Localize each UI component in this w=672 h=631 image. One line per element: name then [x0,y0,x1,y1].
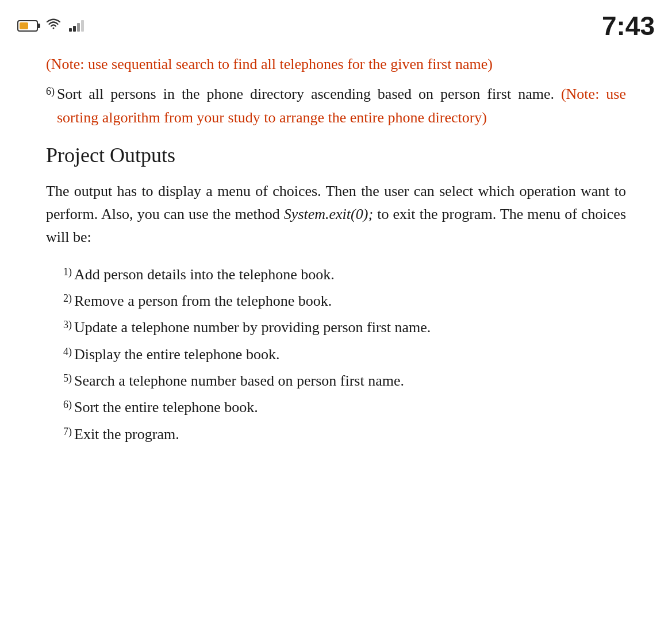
item-6-number: 6) [46,84,55,100]
menu-item-5-text: Search a telephone number based on perso… [74,370,404,393]
menu-item-4-number: 4) [63,344,72,360]
menu-item-3-number: 3) [63,317,72,333]
menu-item-3-text: Update a telephone number by providing p… [74,316,431,339]
battery-fill [20,22,28,29]
menu-item-1-number: 1) [63,264,72,280]
menu-item-4-text: Display the entire telephone book. [74,343,279,366]
list-item: 1) Add person details into the telephone… [63,263,626,286]
list-item-6-sort: 6) Sort all persons in the phone directo… [46,83,626,129]
signal-icon [69,20,84,32]
battery-icon [17,20,38,32]
wifi-icon [46,18,61,34]
signal-bar-2 [73,26,76,32]
signal-bar-3 [77,23,80,32]
intro-paragraph: The output has to display a menu of choi… [46,180,626,249]
menu-item-2-text: Remove a person from the telephone book. [74,290,332,313]
signal-bar-4 [81,20,84,32]
menu-list: 1) Add person details into the telephone… [63,263,626,446]
menu-item-1-text: Add person details into the telephone bo… [74,263,335,286]
list-item: 7) Exit the program. [63,423,626,446]
main-content: (Note: use sequential search to find all… [0,47,672,472]
menu-item-6-text: Sort the entire telephone book. [74,396,258,419]
status-bar: 7:43 [0,0,672,47]
menu-item-7-number: 7) [63,424,72,440]
list-item: 5) Search a telephone number based on pe… [63,370,626,393]
menu-item-7-text: Exit the program. [74,423,179,446]
list-item: 4) Display the entire telephone book. [63,343,626,366]
list-item: 6) Sort the entire telephone book. [63,396,626,419]
note-sequential-search: (Note: use sequential search to find all… [46,53,626,76]
list-item: 3) Update a telephone number by providin… [63,316,626,339]
section-heading-project-outputs: Project Outputs [46,143,626,167]
clock-time: 7:43 [602,10,655,41]
menu-item-6-number: 6) [63,397,72,413]
menu-item-2-number: 2) [63,291,72,307]
item-6-text: Sort all persons in the phone directory … [57,83,626,129]
status-icons [17,18,84,34]
list-item: 2) Remove a person from the telephone bo… [63,290,626,313]
menu-item-5-number: 5) [63,371,72,387]
signal-bar-1 [69,28,72,32]
